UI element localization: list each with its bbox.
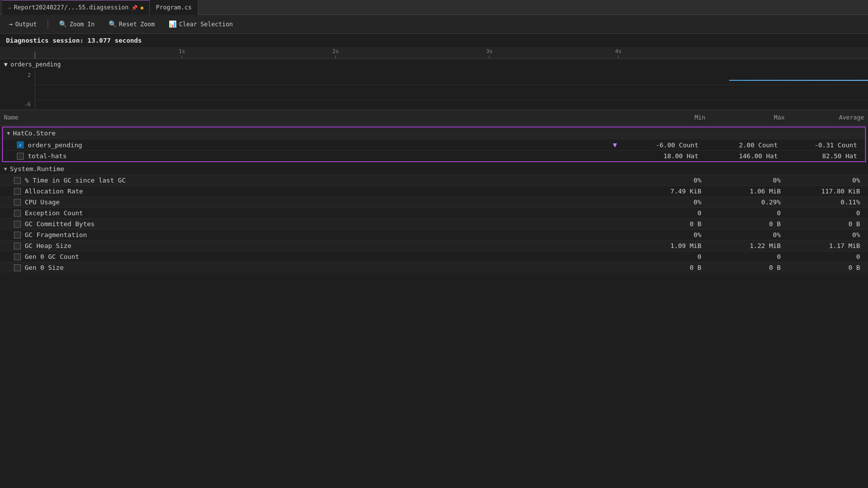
row-orders-pending: ✓ orders_pending ▼ -6.00 Count 2.00 Coun… <box>3 139 865 150</box>
row-allocation-rate: Allocation Rate 7.49 KiB 1.06 MiB 117.80… <box>0 185 868 196</box>
chart-header: ▼ orders_pending <box>0 59 868 70</box>
col-header-name: Name <box>0 112 630 123</box>
gc-committed-avg: 0 B <box>785 220 864 228</box>
allocation-rate-checkbox[interactable] <box>14 188 21 195</box>
gc-fragmentation-avg: 0% <box>785 231 864 239</box>
cpu-usage-max: 0.29% <box>705 198 785 206</box>
chart-grid-line-top <box>35 85 868 85</box>
exception-count-min: 0 <box>626 209 705 217</box>
chart-data-line <box>729 80 868 81</box>
exception-count-checkbox[interactable] <box>14 210 21 217</box>
total-hats-avg: 82.50 Hat <box>782 152 861 160</box>
time-in-gc-name-cell: % Time in GC since last GC <box>14 177 626 184</box>
output-icon: → <box>9 20 13 28</box>
gc-heap-size-label: GC Heap Size <box>25 242 71 249</box>
ruler-tick-1s: 1s <box>179 48 185 59</box>
group-system-runtime-header[interactable]: ▼ System.Runtime <box>0 163 868 175</box>
orders-pending-checkbox[interactable]: ✓ <box>17 141 24 148</box>
allocation-rate-label: Allocation Rate <box>25 187 83 195</box>
gen0-size-checkbox[interactable] <box>14 264 21 271</box>
exception-count-name-cell: Exception Count <box>14 209 626 217</box>
zoom-in-button[interactable]: 🔍 Zoom In <box>56 19 98 29</box>
group-hatco-header[interactable]: ▼ HatCo.Store <box>3 127 865 139</box>
exception-count-avg: 0 <box>785 209 864 217</box>
orders-pending-max: 2.00 Count <box>702 141 782 149</box>
cpu-usage-min: 0% <box>626 198 705 206</box>
row-gc-fragmentation: GC Fragmentation 0% 0% 0% <box>0 229 868 240</box>
gc-heap-size-name-cell: GC Heap Size <box>14 242 626 249</box>
gen0-gc-count-checkbox[interactable] <box>14 253 21 260</box>
filter-icon[interactable]: ▼ <box>613 141 623 149</box>
pin-icon: 📌 <box>131 5 137 10</box>
reset-zoom-label: Reset Zoom <box>119 21 155 28</box>
session-label: Diagnostics session: 13.077 seconds <box>6 37 142 44</box>
chart-grid-line-bottom <box>35 100 868 100</box>
y-min-label: -6 <box>4 101 31 108</box>
clear-selection-button[interactable]: 📊 Clear Selection <box>166 19 236 29</box>
time-in-gc-checkbox[interactable] <box>14 177 21 184</box>
group-hatco-store: ▼ HatCo.Store ✓ orders_pending ▼ -6.00 C… <box>2 126 866 162</box>
row-cpu-usage: CPU Usage 0% 0.29% 0.11% <box>0 196 868 207</box>
gc-fragmentation-name-cell: GC Fragmentation <box>14 231 626 239</box>
row-gc-heap-size: GC Heap Size 1.09 MiB 1.22 MiB 1.17 MiB <box>0 240 868 251</box>
collapse-icon-runtime: ▼ <box>4 166 7 172</box>
clear-selection-icon: 📊 <box>169 20 177 28</box>
ruler-line-2s <box>335 56 336 59</box>
tab-program-cs[interactable]: Program.cs <box>150 0 198 15</box>
chart-y-axis: 2 -6 <box>0 70 35 110</box>
gen0-gc-count-name-cell: Gen 0 GC Count <box>14 253 626 260</box>
gc-heap-size-max: 1.22 MiB <box>705 242 785 249</box>
gc-fragmentation-min: 0% <box>626 231 705 239</box>
group-hatco-name: ▼ HatCo.Store <box>7 129 623 137</box>
group-system-runtime-name: ▼ System.Runtime <box>4 165 626 173</box>
gen0-size-max: 0 B <box>705 264 785 271</box>
allocation-rate-avg: 117.80 KiB <box>785 187 864 195</box>
diagnostics-session-header: Diagnostics session: 13.077 seconds <box>0 34 868 47</box>
timeline-ruler: 1s 2s 3s 4s <box>0 47 868 59</box>
gc-heap-size-avg: 1.17 MiB <box>785 242 864 249</box>
toolbar: → Output 🔍 Zoom In 🔍 Reset Zoom 📊 Clear … <box>0 15 868 34</box>
tab-diagsession[interactable]: → Report20240227/...55.diagsession 📌 ● <box>2 0 150 15</box>
orders-pending-min: -6.00 Count <box>623 141 702 149</box>
gen0-gc-count-max: 0 <box>705 253 785 260</box>
gen0-gc-count-avg: 0 <box>785 253 864 260</box>
total-hats-label: total-hats <box>28 152 623 160</box>
chart-section: ▼ orders_pending 2 -6 <box>0 59 868 110</box>
zoom-in-label: Zoom In <box>69 21 95 28</box>
checkmark-icon: ✓ <box>19 142 22 148</box>
gen0-size-name-cell: Gen 0 Size <box>14 264 626 271</box>
tab-bar: → Report20240227/...55.diagsession 📌 ● P… <box>0 0 868 15</box>
time-in-gc-min: 0% <box>626 177 705 184</box>
tab-diagsession-label: Report20240227/...55.diagsession <box>14 4 128 11</box>
total-hats-checkbox[interactable] <box>17 153 24 160</box>
time-in-gc-avg: 0% <box>785 177 864 184</box>
reset-zoom-button[interactable]: 🔍 Reset Zoom <box>106 19 158 29</box>
chart-collapse-icon[interactable]: ▼ <box>4 61 7 68</box>
row-total-hats: total-hats 18.00 Hat 146.00 Hat 82.50 Ha… <box>3 150 865 161</box>
row-gc-committed-bytes: GC Committed Bytes 0 B 0 B 0 B <box>0 218 868 229</box>
gc-committed-checkbox[interactable] <box>14 221 21 228</box>
ruler-label-2s: 2s <box>332 48 339 55</box>
output-button[interactable]: → Output <box>6 19 40 29</box>
gc-fragmentation-checkbox[interactable] <box>14 232 21 239</box>
chart-area: 2 -6 <box>0 70 868 110</box>
ruler-tick-2s: 2s <box>332 48 339 59</box>
gc-committed-min: 0 B <box>626 220 705 228</box>
reset-zoom-icon: 🔍 <box>109 20 117 28</box>
cpu-usage-checkbox[interactable] <box>14 199 21 206</box>
output-icon: → <box>8 5 11 10</box>
tab-program-cs-label: Program.cs <box>156 4 191 11</box>
gen0-size-avg: 0 B <box>785 264 864 271</box>
time-in-gc-label: % Time in GC since last GC <box>25 177 126 184</box>
ruler-label-4s: 4s <box>615 48 621 55</box>
chart-title: orders_pending <box>10 61 61 68</box>
allocation-rate-min: 7.49 KiB <box>626 187 705 195</box>
gc-heap-size-checkbox[interactable] <box>14 243 21 249</box>
toolbar-separator-1 <box>48 19 48 29</box>
zoom-in-icon: 🔍 <box>59 20 67 28</box>
allocation-rate-name-cell: Allocation Rate <box>14 187 626 195</box>
allocation-rate-max: 1.06 MiB <box>705 187 785 195</box>
gc-fragmentation-max: 0% <box>705 231 785 239</box>
row-exception-count: Exception Count 0 0 0 <box>0 207 868 218</box>
chart-plot <box>35 70 868 110</box>
